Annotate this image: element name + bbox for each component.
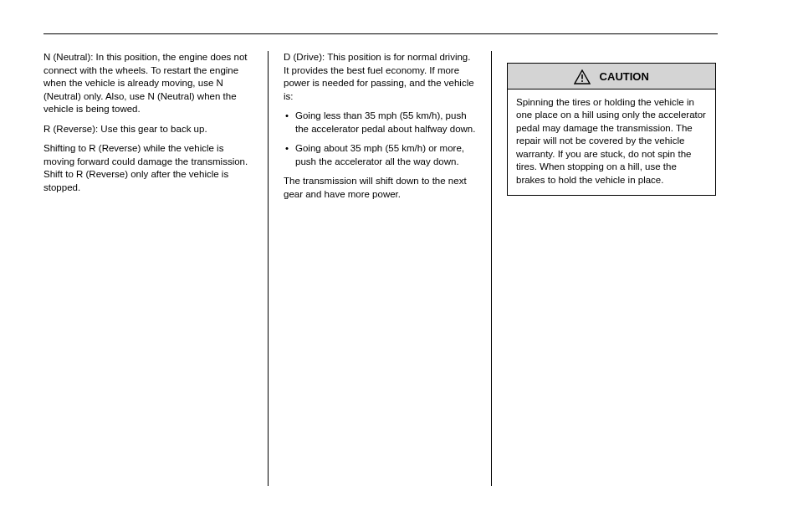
content-columns: N (Neutral): In this position, the engin… — [43, 51, 718, 486]
svg-point-2 — [581, 80, 583, 82]
caution-box: CAUTION Spinning the tires or holding th… — [507, 63, 716, 196]
column-2: D (Drive): This position is for normal d… — [268, 51, 492, 486]
col1-para-0: N (Neutral): In this position, the engin… — [43, 51, 253, 116]
warning-triangle-icon — [574, 69, 591, 84]
caution-body: Spinning the tires or holding the vehicl… — [508, 90, 715, 196]
caution-body-para-0: Spinning the tires or holding the vehicl… — [516, 96, 707, 187]
col2-bullet-1: Going about 35 mph (55 km/h) or more, pu… — [295, 142, 476, 168]
col1-para-2: Shifting to R (Reverse) while the vehicl… — [43, 142, 253, 194]
caution-label: CAUTION — [600, 70, 649, 83]
caution-header: CAUTION — [508, 64, 715, 90]
column-1: N (Neutral): In this position, the engin… — [43, 51, 268, 486]
col2-para-0: D (Drive): This position is for normal d… — [284, 51, 476, 103]
header-rule — [43, 33, 718, 34]
col1-para-1: R (Reverse): Use this gear to back up. — [43, 123, 253, 136]
col2-para-after-0: The transmission will shift down to the … — [284, 175, 476, 201]
column-3: CAUTION Spinning the tires or holding th… — [492, 51, 716, 486]
col2-bullet-0: Going less than 35 mph (55 km/h), push t… — [295, 110, 476, 136]
col2-bullets: Going less than 35 mph (55 km/h), push t… — [284, 110, 476, 168]
page: N (Neutral): In this position, the engin… — [43, 33, 718, 486]
